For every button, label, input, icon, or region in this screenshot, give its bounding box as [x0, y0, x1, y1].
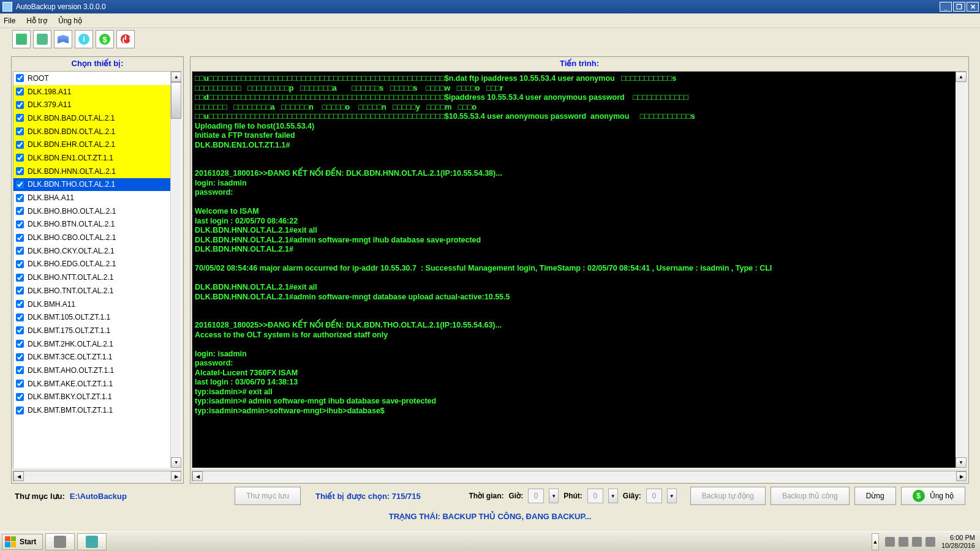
scroll-thumb[interactable]	[171, 82, 181, 119]
device-row[interactable]: DLK.BMT.BMT.OLT.ZT.1.1	[13, 403, 170, 417]
device-row[interactable]: DLK.BMT.105.OLT.ZT.1.1	[13, 310, 170, 324]
tray-icon[interactable]	[885, 537, 895, 547]
device-checkbox[interactable]	[16, 340, 24, 348]
device-checkbox[interactable]	[16, 101, 24, 109]
menu-file[interactable]: File	[4, 17, 15, 25]
clock[interactable]: 6:00 PM 10/28/2016	[941, 534, 975, 550]
donate-button[interactable]: $ Ủng hộ	[901, 487, 965, 505]
device-row[interactable]: DLK.BMT.3CE.OLT.ZT.1.1	[13, 350, 170, 364]
device-row[interactable]: DLK.BMT.2HK.OLT.AL.2.1	[13, 337, 170, 351]
hour-input[interactable]: 0	[528, 489, 544, 503]
minute-dropdown-icon[interactable]: ▼	[608, 489, 618, 503]
device-checkbox[interactable]	[16, 393, 24, 401]
device-checkbox[interactable]	[16, 300, 24, 308]
terminal-hscrollbar[interactable]: ◀ ▶	[192, 471, 967, 482]
device-checkbox[interactable]	[16, 114, 24, 122]
device-checkbox[interactable]	[16, 287, 24, 294]
device-checkbox[interactable]	[16, 194, 24, 202]
toolbar-btn-2[interactable]	[33, 30, 51, 48]
device-row[interactable]: DLK.BMT.AKE.OLT.ZT.1.1	[13, 377, 170, 391]
device-checkbox[interactable]	[16, 366, 24, 374]
minimize-button[interactable]: _	[940, 2, 952, 12]
minute-input[interactable]: 0	[587, 489, 603, 503]
device-row[interactable]: DLK.BHO.CBO.OLT.AL.2.1	[13, 231, 170, 244]
device-row[interactable]: DLK.BMT.BKY.OLT.ZT.1.1	[13, 391, 170, 404]
toolbar-btn-3[interactable]	[54, 30, 72, 48]
toolbar-btn-4[interactable]: i	[75, 30, 93, 48]
toolbar-btn-5[interactable]: $	[96, 30, 114, 48]
device-row[interactable]: DLK.BHO.TNT.OLT.AL.2.1	[13, 284, 170, 298]
scroll-left-icon[interactable]: ◀	[192, 471, 203, 481]
device-row[interactable]: DLK.BDN.BDN.OLT.AL.2.1	[13, 125, 170, 138]
device-checkbox[interactable]	[16, 326, 24, 334]
device-row[interactable]: DLK.198.A11	[13, 85, 170, 99]
device-row[interactable]: DLK.BHA.A11	[13, 191, 170, 204]
device-checkbox[interactable]	[16, 353, 24, 361]
device-row[interactable]: DLK.BDN.THO.OLT.AL.2.1	[13, 178, 170, 192]
second-input[interactable]: 0	[646, 489, 662, 503]
device-row[interactable]: DLK.BDN.BAD.OLT.AL.2.1	[13, 111, 170, 125]
scroll-right-icon[interactable]: ▶	[171, 471, 181, 481]
device-checkbox[interactable]	[16, 313, 24, 321]
scroll-down-icon[interactable]: ▼	[171, 457, 181, 468]
device-checkbox[interactable]	[16, 247, 24, 255]
device-row[interactable]: DLK.BHO.BHO.OLT.AL.2.1	[13, 204, 170, 218]
toolbar-btn-1[interactable]	[12, 30, 31, 48]
device-checkbox[interactable]	[16, 380, 24, 388]
device-row[interactable]: DLK.BMH.A11	[13, 298, 170, 311]
scroll-down-icon[interactable]: ▼	[956, 457, 967, 468]
menu-donate[interactable]: Ủng hộ	[58, 17, 82, 25]
device-checkbox[interactable]	[16, 167, 24, 175]
vscrollbar[interactable]: ▲ ▼	[170, 72, 181, 468]
scroll-up-icon[interactable]: ▲	[956, 72, 967, 82]
device-row[interactable]: DLK.BDN.EN1.OLT.ZT.1.1	[13, 151, 170, 165]
device-checkbox[interactable]	[16, 407, 24, 414]
device-row[interactable]: DLK.BDN.HNN.OLT.AL.2.1	[13, 165, 170, 178]
device-row[interactable]: DLK.BHO.CKY.OLT.AL.2.1	[13, 244, 170, 258]
save-dir-button[interactable]: Thư mục lưu	[235, 487, 301, 505]
manual-backup-button[interactable]: Backup thủ công	[771, 487, 850, 505]
hscrollbar[interactable]: ◀ ▶	[13, 471, 182, 482]
tray-icon[interactable]	[925, 537, 935, 547]
device-checkbox[interactable]	[16, 141, 24, 149]
device-checkbox[interactable]	[16, 74, 24, 82]
menu-help[interactable]: Hỗ trợ	[26, 17, 47, 25]
hour-dropdown-icon[interactable]: ▼	[549, 489, 559, 503]
stop-button[interactable]: Dừng	[854, 487, 896, 505]
device-row[interactable]: DLK.BMT.175.OLT.ZT.1.1	[13, 324, 170, 337]
device-checkbox[interactable]	[16, 260, 24, 268]
device-checkbox[interactable]	[16, 274, 24, 282]
taskbar-app-2[interactable]	[77, 533, 107, 550]
device-row[interactable]: ROOT	[13, 72, 170, 85]
scroll-left-icon[interactable]: ◀	[13, 471, 24, 481]
device-checkbox[interactable]	[16, 88, 24, 96]
device-checkbox[interactable]	[16, 220, 24, 228]
device-label: DLK.BHO.TNT.OLT.AL.2.1	[28, 287, 114, 295]
device-label: DLK.BHO.EDG.OLT.AL.2.1	[28, 260, 116, 268]
tray-expand-icon[interactable]: ▲	[872, 533, 879, 550]
device-checkbox[interactable]	[16, 234, 24, 242]
tray-icon[interactable]	[912, 537, 922, 547]
close-button[interactable]: ✕	[967, 2, 979, 12]
taskbar-app-1[interactable]	[45, 533, 75, 550]
device-checkbox[interactable]	[16, 154, 24, 162]
device-checkbox[interactable]	[16, 127, 24, 135]
maximize-button[interactable]: ❐	[953, 2, 965, 12]
tray-icon[interactable]	[899, 537, 908, 547]
scroll-up-icon[interactable]: ▲	[171, 72, 181, 82]
auto-backup-button[interactable]: Backup tự động	[690, 487, 766, 505]
device-checkbox[interactable]	[16, 207, 24, 215]
device-row[interactable]: DLK.BHO.NTT.OLT.AL.2.1	[13, 271, 170, 284]
start-button[interactable]: Start	[2, 534, 43, 550]
device-tree[interactable]: ROOTDLK.198.A11DLK.379.A11DLK.BDN.BAD.OL…	[13, 72, 170, 468]
terminal-vscrollbar[interactable]: ▲ ▼	[956, 72, 967, 468]
scroll-right-icon[interactable]: ▶	[956, 471, 967, 481]
device-row[interactable]: DLK.BDN.EHR.OLT.AL.2.1	[13, 138, 170, 151]
device-row[interactable]: DLK.BHO.EDG.OLT.AL.2.1	[13, 258, 170, 271]
toolbar-btn-6[interactable]	[116, 30, 135, 48]
device-row[interactable]: DLK.BMT.AHO.OLT.ZT.1.1	[13, 364, 170, 377]
device-row[interactable]: DLK.BHO.BTN.OLT.AL.2.1	[13, 218, 170, 231]
second-dropdown-icon[interactable]: ▼	[667, 489, 677, 503]
device-row[interactable]: DLK.379.A11	[13, 98, 170, 111]
device-checkbox[interactable]	[16, 181, 24, 189]
